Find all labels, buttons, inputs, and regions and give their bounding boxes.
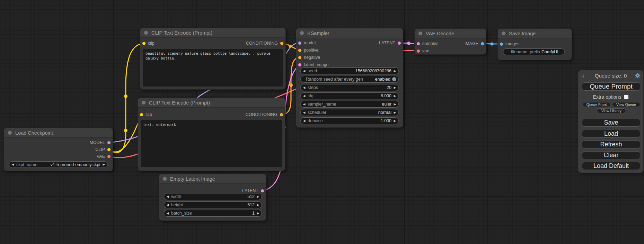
toggle-dot-icon[interactable]	[392, 77, 396, 81]
output-slot-image[interactable]: IMAGE	[465, 41, 484, 46]
latent-slot-dot-icon[interactable]	[261, 189, 264, 192]
denoise-widget[interactable]: ◀ denoise 1.000 ▶	[300, 117, 399, 124]
queue-prompt-button[interactable]: Queue Prompt	[582, 82, 640, 91]
increment-arrow-icon[interactable]: ▶	[391, 103, 398, 106]
decrement-arrow-icon[interactable]: ◀	[301, 86, 308, 89]
latent-slot-dot-icon[interactable]	[398, 42, 401, 45]
collapse-dot-icon[interactable]	[8, 131, 12, 135]
queue-front-button[interactable]: Queue Front	[583, 102, 610, 107]
clip-slot-dot-icon[interactable]	[107, 148, 111, 151]
widget-value[interactable]: 156680208700286	[355, 69, 391, 73]
image-slot-dot-icon[interactable]	[481, 42, 484, 45]
collapse-dot-icon[interactable]	[502, 31, 505, 35]
increment-arrow-icon[interactable]: ▶	[255, 195, 262, 198]
random-seed-toggle-widget[interactable]: Random seed after every gen enabled	[300, 76, 399, 83]
node-clip-text-encode-negative[interactable]: CLIP Text Encode (Prompt) clip CONDITION…	[138, 98, 285, 171]
widget-value[interactable]: 512	[247, 194, 255, 199]
decrement-arrow-icon[interactable]: ◀	[164, 212, 171, 215]
vae-slot-dot-icon[interactable]	[417, 49, 420, 53]
widget-value[interactable]: ComfyUI	[540, 49, 559, 54]
ckpt-name-widget[interactable]: ◀ ckpt_name v1-5-pruned-emaonly.ckpt ▶	[9, 161, 108, 168]
node-title-bar[interactable]: CLIP Text Encode (Prompt)	[140, 28, 285, 38]
output-slot-latent[interactable]: LATENT	[379, 40, 401, 45]
widget-value[interactable]: euler	[382, 102, 391, 107]
conditioning-slot-dot-icon[interactable]	[280, 113, 283, 116]
node-title-bar[interactable]: KSampler	[296, 28, 403, 38]
widget-value[interactable]: 1.000	[381, 118, 391, 123]
input-slot-positive[interactable]: positive	[298, 48, 318, 53]
decrement-arrow-icon[interactable]: ◀	[9, 163, 16, 166]
collapse-dot-icon[interactable]	[163, 177, 167, 181]
node-clip-text-encode-positive[interactable]: CLIP Text Encode (Prompt) clip CONDITION…	[140, 28, 285, 89]
view-history-button[interactable]: View History	[597, 108, 626, 113]
width-widget[interactable]: ◀ width 512 ▶	[164, 193, 262, 200]
latent-slot-dot-icon[interactable]	[417, 42, 420, 45]
view-queue-button[interactable]: View Queue	[612, 102, 640, 107]
increment-arrow-icon[interactable]: ▶	[255, 212, 262, 215]
increment-arrow-icon[interactable]: ▶	[100, 163, 107, 166]
load-button[interactable]: Load	[582, 130, 640, 138]
extra-options-checkbox[interactable]	[624, 95, 628, 99]
widget-value[interactable]: 8.000	[381, 93, 391, 98]
sampler-name-widget[interactable]: ◀ sampler_name euler ▶	[300, 101, 399, 108]
node-empty-latent-image[interactable]: Empty Latent Image LATENT ◀ width 512 ▶ …	[159, 174, 266, 220]
filename-prefix-widget[interactable]: filename_prefix ComfyUI	[503, 48, 565, 55]
input-slot-vae[interactable]: vae	[417, 48, 429, 53]
node-vae-decode[interactable]: VAE Decode samples vae IMAGE	[415, 29, 486, 54]
increment-arrow-icon[interactable]: ▶	[391, 86, 398, 89]
clip-slot-dot-icon[interactable]	[140, 113, 143, 116]
input-slot-clip[interactable]: clip	[142, 41, 155, 46]
conditioning-slot-dot-icon[interactable]	[298, 49, 301, 52]
output-slot-conditioning[interactable]: CONDITIONING	[246, 112, 283, 117]
increment-arrow-icon[interactable]: ▶	[255, 204, 262, 207]
model-slot-dot-icon[interactable]	[107, 141, 111, 144]
prompt-textarea[interactable]: text, watermark	[141, 120, 282, 167]
steps-widget[interactable]: ◀ steps 20 ▶	[300, 84, 399, 91]
output-slot-model[interactable]: MODEL	[90, 140, 111, 145]
decrement-arrow-icon[interactable]: ◀	[164, 204, 171, 207]
node-title-bar[interactable]: Empty Latent Image	[159, 174, 266, 184]
load-default-button[interactable]: Load Default	[582, 162, 640, 170]
input-slot-latent-image[interactable]: latent_image	[298, 62, 329, 67]
cfg-widget[interactable]: ◀ cfg 8.000 ▶	[300, 92, 399, 99]
clip-slot-dot-icon[interactable]	[142, 42, 145, 45]
settings-gear-icon[interactable]	[635, 73, 641, 79]
widget-value[interactable]: 1	[252, 211, 255, 216]
node-title-bar[interactable]: Load Checkpoint	[4, 128, 113, 138]
decrement-arrow-icon[interactable]: ◀	[301, 70, 308, 73]
increment-arrow-icon[interactable]: ▶	[391, 119, 398, 123]
output-slot-latent[interactable]: LATENT	[242, 188, 264, 193]
collapse-dot-icon[interactable]	[300, 31, 304, 35]
node-ksampler[interactable]: KSampler model positive negative latent_…	[296, 28, 403, 127]
batch-size-widget[interactable]: ◀ batch_size 1 ▶	[164, 210, 262, 217]
comfyui-canvas[interactable]: { "colors": { "model": "#B39DDB", "clip"…	[0, 0, 644, 244]
widget-value[interactable]: normal	[378, 110, 391, 115]
image-slot-dot-icon[interactable]	[500, 43, 503, 46]
node-title-bar[interactable]: VAE Decode	[415, 29, 486, 38]
input-slot-model[interactable]: model	[298, 40, 316, 45]
conditioning-slot-dot-icon[interactable]	[280, 42, 283, 45]
widget-value[interactable]: v1-5-pruned-emaonly.ckpt	[51, 162, 100, 167]
vae-slot-dot-icon[interactable]	[107, 155, 111, 158]
decrement-arrow-icon[interactable]: ◀	[164, 195, 171, 198]
seed-widget[interactable]: ◀ seed 156680208700286 ▶	[300, 67, 399, 74]
node-title-bar[interactable]: CLIP Text Encode (Prompt)	[138, 98, 285, 108]
node-title-bar[interactable]: Save Image	[498, 29, 572, 38]
decrement-arrow-icon[interactable]: ◀	[301, 111, 308, 114]
collapse-dot-icon[interactable]	[144, 31, 148, 35]
scheduler-widget[interactable]: ◀ scheduler normal ▶	[300, 109, 399, 116]
input-slot-clip[interactable]: clip	[140, 112, 152, 117]
widget-value[interactable]: 20	[387, 85, 391, 90]
node-load-checkpoint[interactable]: Load Checkpoint MODEL CLIP VAE ◀ ckpt_na…	[4, 128, 113, 171]
output-slot-conditioning[interactable]: CONDITIONING	[246, 41, 283, 46]
latent-slot-dot-icon[interactable]	[298, 63, 301, 66]
increment-arrow-icon[interactable]: ▶	[391, 70, 398, 73]
output-slot-clip[interactable]: CLIP	[95, 147, 111, 152]
collapse-dot-icon[interactable]	[142, 101, 145, 105]
widget-value[interactable]: 512	[247, 202, 255, 207]
output-slot-vae[interactable]: VAE	[97, 154, 111, 159]
input-slot-negative[interactable]: negative	[298, 55, 320, 60]
increment-arrow-icon[interactable]: ▶	[391, 94, 398, 98]
prompt-textarea[interactable]: beautiful scenery nature glass bottle la…	[143, 49, 283, 87]
increment-arrow-icon[interactable]: ▶	[391, 111, 398, 114]
